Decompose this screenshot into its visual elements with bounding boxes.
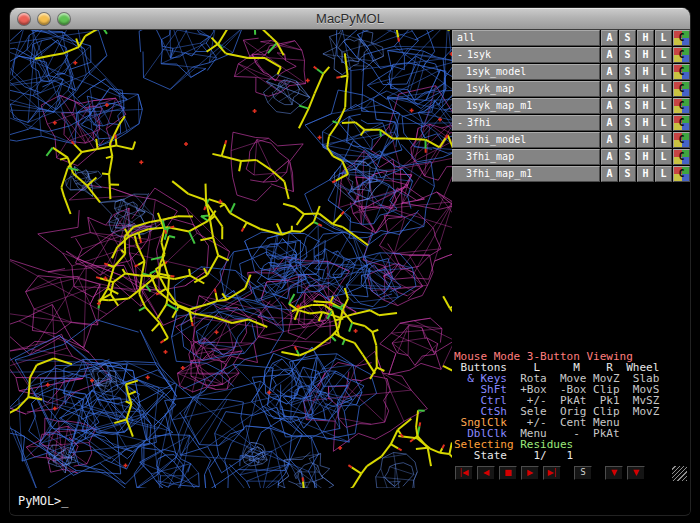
molecule-mesh (10, 30, 452, 488)
action-menu-button[interactable]: A (601, 81, 618, 97)
zoom-button[interactable] (58, 13, 70, 25)
object-name-button[interactable]: 3fhi_map (452, 149, 600, 165)
show-menu-button[interactable]: S (619, 115, 636, 131)
window-body: PyMOL>_ allASHLC-1sykASHLC1syk_modelASHL… (10, 30, 690, 514)
hide-menu-button[interactable]: H (637, 47, 654, 63)
frame-back-button[interactable]: ◀ (477, 466, 495, 480)
viewport-column: PyMOL>_ (10, 30, 452, 514)
action-menu-button[interactable]: A (601, 47, 618, 63)
label-menu-button[interactable]: L (655, 98, 672, 114)
object-label: 3fhi_map (466, 151, 514, 162)
show-menu-button[interactable]: S (619, 30, 636, 46)
action-menu-button[interactable]: A (601, 132, 618, 148)
viewport-3d[interactable] (10, 30, 452, 488)
stop-button[interactable]: ■ (499, 466, 517, 480)
object-row: 1syk_map_m1ASHLC (452, 98, 690, 114)
title-bar[interactable]: MacPyMOL (10, 8, 690, 30)
action-menu-button[interactable]: A (601, 115, 618, 131)
color-menu-button[interactable]: C (673, 47, 690, 63)
action-menu-button[interactable]: A (601, 166, 618, 182)
show-menu-button[interactable]: S (619, 149, 636, 165)
command-line[interactable]: PyMOL>_ (10, 488, 452, 514)
object-row: 1syk_mapASHLC (452, 81, 690, 97)
object-label: all (457, 32, 475, 43)
label-menu-button[interactable]: L (655, 149, 672, 165)
object-name-button[interactable]: 3fhi_map_m1 (452, 166, 600, 182)
action-menu-button[interactable]: A (601, 30, 618, 46)
panel-spacer (452, 183, 690, 351)
object-label: 1syk_map (466, 83, 514, 94)
object-name-button[interactable]: -3fhi (452, 115, 600, 131)
object-name-button[interactable]: 1syk_model (452, 64, 600, 80)
show-menu-button[interactable]: S (619, 81, 636, 97)
show-menu-button[interactable]: S (619, 47, 636, 63)
movie-controls: |◀◀■▶▶|S▼▼ (452, 464, 690, 482)
object-label: 3fhi_map_m1 (466, 168, 532, 179)
window-title: MacPyMOL (316, 11, 384, 26)
group-expander-icon[interactable]: - (457, 49, 463, 60)
hide-menu-button[interactable]: H (637, 81, 654, 97)
scene-button[interactable]: S (574, 466, 592, 480)
control-panel: allASHLC-1sykASHLC1syk_modelASHLC1syk_ma… (452, 30, 690, 514)
panel-bottom-pad (452, 482, 690, 514)
hide-menu-button[interactable]: H (637, 64, 654, 80)
show-menu-button[interactable]: S (619, 98, 636, 114)
object-name-button[interactable]: 1syk_map_m1 (452, 98, 600, 114)
action-menu-button[interactable]: A (601, 98, 618, 114)
action-menu-button[interactable]: A (601, 149, 618, 165)
command-cursor: _ (61, 494, 68, 508)
label-menu-button[interactable]: L (655, 115, 672, 131)
object-row: 3fhi_modelASHLC (452, 132, 690, 148)
mouse-help-line: State 1/ 1 (454, 450, 690, 461)
show-menu-button[interactable]: S (619, 132, 636, 148)
object-row: allASHLC (452, 30, 690, 46)
hide-menu-button[interactable]: H (637, 149, 654, 165)
object-label: 1syk_model (466, 66, 526, 77)
object-list: allASHLC-1sykASHLC1syk_modelASHLC1syk_ma… (452, 30, 690, 183)
object-name-button[interactable]: 3fhi_model (452, 132, 600, 148)
object-label: 1syk (467, 49, 491, 60)
object-name-button[interactable]: 1syk_map (452, 81, 600, 97)
color-menu-button[interactable]: C (673, 81, 690, 97)
label-menu-button[interactable]: L (655, 132, 672, 148)
object-row: 3fhi_mapASHLC (452, 149, 690, 165)
play-button[interactable]: ▶ (521, 466, 539, 480)
label-menu-button[interactable]: L (655, 30, 672, 46)
label-menu-button[interactable]: L (655, 81, 672, 97)
object-name-button[interactable]: -1syk (452, 47, 600, 63)
action-menu-button[interactable]: A (601, 64, 618, 80)
object-name-button[interactable]: all (452, 30, 600, 46)
hide-menu-button[interactable]: H (637, 30, 654, 46)
label-menu-button[interactable]: L (655, 64, 672, 80)
color-menu-button[interactable]: C (673, 115, 690, 131)
color-menu-button[interactable]: C (673, 132, 690, 148)
mouse-help-text: State 1/ 1 (454, 449, 573, 462)
color-menu-button[interactable]: C (673, 30, 690, 46)
close-button[interactable] (18, 13, 30, 25)
menu-right-button[interactable]: ▼ (627, 466, 645, 480)
object-row: 3fhi_map_m1ASHLC (452, 166, 690, 182)
color-menu-button[interactable]: C (673, 98, 690, 114)
group-expander-icon[interactable]: - (457, 117, 463, 128)
menu-left-button[interactable]: ▼ (605, 466, 623, 480)
label-menu-button[interactable]: L (655, 166, 672, 182)
hide-menu-button[interactable]: H (637, 132, 654, 148)
minimize-button[interactable] (38, 13, 50, 25)
object-row: -3fhiASHLC (452, 115, 690, 131)
window-controls (18, 8, 70, 29)
hide-menu-button[interactable]: H (637, 98, 654, 114)
mouse-panel: Mouse Mode 3-Button Viewing Buttons L M … (452, 351, 690, 461)
object-row: 1syk_modelASHLC (452, 64, 690, 80)
frame-forward-button[interactable]: ▶| (543, 466, 561, 480)
rewind-button[interactable]: |◀ (455, 466, 473, 480)
label-menu-button[interactable]: L (655, 47, 672, 63)
hide-menu-button[interactable]: H (637, 166, 654, 182)
show-menu-button[interactable]: S (619, 64, 636, 80)
hide-menu-button[interactable]: H (637, 115, 654, 131)
object-label: 1syk_map_m1 (466, 100, 532, 111)
color-menu-button[interactable]: C (673, 149, 690, 165)
color-menu-button[interactable]: C (673, 64, 690, 80)
show-menu-button[interactable]: S (619, 166, 636, 182)
resize-grip[interactable] (672, 466, 687, 481)
color-menu-button[interactable]: C (673, 166, 690, 182)
